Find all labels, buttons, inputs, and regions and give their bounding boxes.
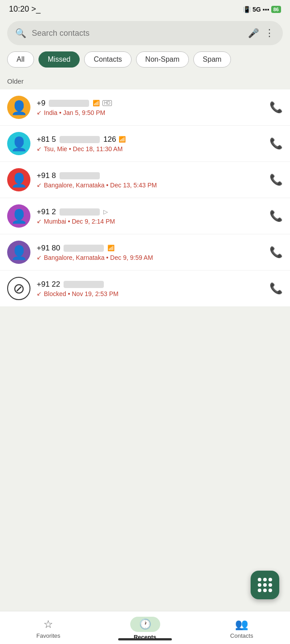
wifi-icon: 📶 (93, 100, 100, 106)
missed-arrow-icon: ↙ (37, 182, 42, 188)
dialpad-fab[interactable] (251, 571, 279, 599)
number-text: +91 2 (37, 208, 56, 216)
number-blurred (60, 208, 100, 216)
list-item[interactable]: ⊘ +91 22 ↙ Blocked • Nov 19, 2:53 PM 📞 (0, 271, 290, 306)
call-location: Blocked • Nov 19, 2:53 PM (44, 290, 119, 297)
call-info: +9 📶 HD ↙ India • Jan 5, 9:50 PM (37, 99, 263, 116)
call-info: +91 8 ↙ Bangalore, Karnataka • Dec 13, 5… (37, 171, 263, 189)
person-icon: 👤 (11, 100, 27, 115)
avatar: 👤 (7, 132, 30, 155)
status-bar: 10:20 >_ 📳 5G ▪▪▪ 86 (0, 0, 290, 17)
call-info: +91 22 ↙ Blocked • Nov 19, 2:53 PM (37, 280, 263, 297)
person-icon: 👤 (11, 136, 27, 152)
avatar: 👤 (7, 204, 30, 228)
favorites-label: Favorites (36, 632, 60, 639)
person-icon: 👤 (11, 208, 27, 224)
call-location: Bangalore, Karnataka • Dec 9, 9:59 AM (44, 254, 153, 261)
status-icons: 📳 5G ▪▪▪ 86 (243, 6, 281, 13)
missed-arrow-icon: ↙ (37, 290, 42, 297)
callback-phone-icon[interactable]: 📞 (269, 174, 283, 186)
call-number: +91 22 (37, 280, 263, 289)
dialpad-icon (258, 578, 272, 592)
call-detail: ↙ Tsu, Mie • Dec 18, 11:30 AM (37, 145, 263, 153)
callback-phone-icon[interactable]: 📞 (269, 210, 283, 222)
call-list: 👤 +9 📶 HD ↙ India • Jan 5, 9:50 PM 📞 👤 +… (0, 89, 290, 306)
blocked-icon: ⊘ (13, 280, 25, 297)
call-detail: ↙ Bangalore, Karnataka • Dec 9, 9:59 AM (37, 254, 263, 261)
call-number: +9 📶 HD (37, 99, 263, 108)
number-blurred (49, 100, 89, 107)
status-time: 10:20 >_ (9, 4, 41, 14)
number-suffix: 126 (103, 135, 116, 144)
wifi-icon: 📶 (119, 136, 126, 143)
call-location: India • Jan 5, 9:50 PM (44, 109, 105, 116)
tab-missed[interactable]: Missed (38, 51, 80, 68)
callback-phone-icon[interactable]: 📞 (269, 137, 283, 150)
search-input[interactable] (32, 29, 243, 38)
call-info: +81 5 126 📶 ↙ Tsu, Mie • Dec 18, 11:30 A… (37, 135, 263, 153)
sim-icon: ▷ (103, 208, 108, 215)
list-item[interactable]: 👤 +81 5 126 📶 ↙ Tsu, Mie • Dec 18, 11:30… (0, 126, 290, 162)
tab-nonspam[interactable]: Non-Spam (136, 51, 189, 68)
filter-tabs: All Missed Contacts Non-Spam Spam (0, 51, 290, 75)
list-item[interactable]: 👤 +91 80 📶 ↙ Bangalore, Karnataka • Dec … (0, 234, 290, 271)
call-detail: ↙ Mumbai • Dec 9, 2:14 PM (37, 218, 263, 225)
list-item[interactable]: 👤 +9 📶 HD ↙ India • Jan 5, 9:50 PM 📞 (0, 89, 290, 126)
call-number: +91 80 📶 (37, 244, 263, 253)
call-detail: ↙ Blocked • Nov 19, 2:53 PM (37, 290, 263, 297)
tab-contacts[interactable]: Contacts (84, 51, 131, 68)
home-pill (118, 638, 172, 640)
call-info: +91 80 📶 ↙ Bangalore, Karnataka • Dec 9,… (37, 244, 263, 261)
callback-phone-icon[interactable]: 📞 (269, 246, 283, 258)
recents-icon: 🕐 (139, 619, 151, 630)
callback-phone-icon[interactable]: 📞 (269, 101, 283, 114)
favorites-icon: ☆ (43, 618, 53, 631)
number-text: +81 5 (37, 135, 56, 144)
network-label: 5G (252, 6, 261, 13)
recents-icon-wrap: 🕐 (130, 617, 160, 632)
callback-phone-icon[interactable]: 📞 (269, 282, 283, 295)
number-text: +91 22 (37, 280, 60, 289)
section-header: Older (0, 75, 290, 89)
battery-level: 86 (271, 6, 281, 13)
call-location: Tsu, Mie • Dec 18, 11:30 AM (44, 145, 123, 153)
call-location: Mumbai • Dec 9, 2:14 PM (44, 218, 115, 225)
number-blurred (60, 136, 100, 143)
search-icon: 🔍 (15, 28, 26, 38)
number-text: +91 80 (37, 244, 60, 253)
search-bar[interactable]: 🔍 🎤 ⋮ (7, 21, 283, 45)
vibrate-icon: 📳 (243, 6, 251, 13)
more-options-icon[interactable]: ⋮ (264, 27, 275, 39)
missed-arrow-icon: ↙ (37, 109, 42, 116)
person-icon: 👤 (11, 245, 27, 260)
wifi-icon: 📶 (107, 245, 115, 251)
nav-recents[interactable]: 🕐 Recents (127, 617, 163, 640)
list-item[interactable]: 👤 +91 2 ▷ ↙ Mumbai • Dec 9, 2:14 PM 📞 (0, 198, 290, 234)
call-number: +91 8 (37, 171, 263, 180)
missed-arrow-icon: ↙ (37, 254, 42, 261)
list-item[interactable]: 👤 +91 8 ↙ Bangalore, Karnataka • Dec 13,… (0, 162, 290, 198)
tab-all[interactable]: All (7, 51, 34, 68)
tab-spam[interactable]: Spam (193, 51, 231, 68)
avatar: 👤 (7, 96, 30, 119)
missed-arrow-icon: ↙ (37, 145, 42, 152)
mic-icon[interactable]: 🎤 (248, 28, 259, 38)
call-number: +81 5 126 📶 (37, 135, 263, 144)
nav-favorites[interactable]: ☆ Favorites (30, 618, 66, 639)
missed-arrow-icon: ↙ (37, 218, 42, 225)
avatar: 👤 (7, 168, 30, 191)
nav-contacts[interactable]: 👥 Contacts (224, 618, 260, 639)
call-number: +91 2 ▷ (37, 208, 263, 216)
contacts-icon: 👥 (235, 618, 248, 631)
number-blurred (60, 172, 100, 179)
number-text: +91 8 (37, 171, 56, 180)
avatar: 👤 (7, 241, 30, 264)
hd-badge: HD (102, 100, 111, 106)
number-blurred (64, 281, 104, 288)
call-info: +91 2 ▷ ↙ Mumbai • Dec 9, 2:14 PM (37, 208, 263, 225)
call-location: Bangalore, Karnataka • Dec 13, 5:43 PM (44, 182, 157, 189)
call-detail: ↙ India • Jan 5, 9:50 PM (37, 109, 263, 116)
signal-icon: ▪▪▪ (263, 6, 269, 13)
person-icon: 👤 (11, 172, 27, 188)
number-blurred (64, 245, 104, 252)
